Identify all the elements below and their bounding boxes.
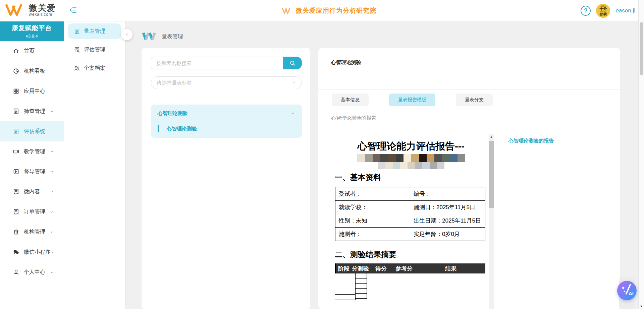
basic-info-cell: 实足年龄：0岁0月: [410, 228, 485, 241]
submenu-item-icon: [74, 65, 80, 71]
submenu-item-icon: [74, 28, 80, 35]
submenu-item[interactable]: 评估管理: [68, 42, 121, 57]
chevron-down-icon: [50, 230, 54, 234]
page-title: 量表管理: [162, 33, 183, 40]
page-scrollbar-thumb[interactable]: [640, 22, 643, 75]
basic-info-cell: 就读学校：: [335, 201, 410, 214]
sidebar-item[interactable]: 微信小程序: [0, 242, 64, 262]
sidebar-item-label: 机构看板: [24, 68, 50, 75]
sidebar-item-label: 首页: [24, 48, 50, 55]
sidebar-item-label: 微内容: [24, 188, 50, 195]
sidebar-item-label: 应用中心: [24, 88, 50, 95]
breadcrumb: 量表管理: [142, 32, 183, 41]
chevron-down-icon: [291, 80, 296, 85]
search-button[interactable]: [283, 57, 302, 69]
report-subtitle: 心智理论测验的报告: [331, 115, 376, 121]
tab[interactable]: 量表分支: [456, 94, 493, 106]
sidebar-item-icon: [13, 48, 19, 54]
wekair-logo: 微关爱 wekair.com: [5, 3, 56, 17]
tab[interactable]: 基本信息: [332, 94, 369, 106]
primary-sidebar: 首页 机构看板 应用中心 筛查管理 评估系统 教学管理 督导管理 微内容: [0, 41, 64, 309]
brand-domain: wekair.com: [29, 12, 56, 17]
sidebar-item-icon: [13, 88, 19, 95]
basic-info-row: 受试者： 编号：: [335, 187, 485, 201]
sidebar-item-icon: [13, 168, 19, 175]
scales-panel: 请选择量表标签 心智理论测验 心智理论测验: [142, 48, 310, 309]
sidebar-item[interactable]: 评估系统: [0, 121, 64, 141]
collapse-menu-icon[interactable]: [69, 6, 77, 14]
sidebar-item-label: 筛查管理: [24, 108, 50, 115]
wekair-logo-icon: [5, 3, 25, 17]
sidebar-item[interactable]: 督导管理: [0, 162, 64, 182]
sidebar-item[interactable]: 机构管理: [0, 222, 64, 242]
basic-info-row: 就读学校： 施测日：2025年11月5日: [335, 201, 485, 214]
ai-assistant-button[interactable]: ✦ ✦ AI: [617, 281, 637, 300]
platform-banner: 康复赋能平台 v3.8.4: [0, 21, 64, 41]
sidebar-item[interactable]: 筛查管理: [0, 101, 64, 121]
username[interactable]: eason.ji: [615, 7, 635, 14]
sidebar-item[interactable]: 首页: [0, 41, 64, 61]
tree-group[interactable]: 心智理论测验: [151, 105, 302, 122]
submenu-item[interactable]: 量表管理: [68, 23, 121, 39]
page-logo-icon: [142, 32, 157, 41]
platform-name: 康复赋能平台: [12, 24, 52, 33]
sidebar-item[interactable]: 微内容: [0, 182, 64, 202]
basic-info-row: 性别：未知 出生日期：2025年11月5日: [335, 214, 485, 228]
detail-title: 心智理论测验: [331, 59, 361, 66]
sparkle-icon: ✦: [623, 290, 626, 293]
summary-header-cell: 阶段: [336, 265, 352, 272]
sidebar-item-icon: [13, 269, 19, 275]
scroll-down-arrow[interactable]: ▼: [639, 305, 644, 308]
scroll-up-arrow[interactable]: ▲: [489, 134, 494, 139]
chevron-down-icon: [290, 111, 295, 116]
sidebar-item-icon: [13, 229, 19, 235]
report-link[interactable]: 心智理论测验的报告: [508, 138, 554, 144]
sidebar-item-icon: [13, 128, 19, 135]
basic-info-cell: 受试者：: [335, 187, 410, 201]
sidebar-item[interactable]: 教学管理: [0, 141, 64, 162]
sidebar-item-label: 个人中心: [24, 269, 50, 276]
report-preview: 心智理论能力评估报告--- 一、基本资料 受试者： 编号： 就读学校： 施测日：…: [335, 134, 487, 309]
sidebar-item-icon: [13, 249, 19, 255]
collapse-panel-button[interactable]: [121, 29, 132, 40]
sidebar-item[interactable]: 机构看板: [0, 61, 64, 81]
brand-name: 微关爱: [29, 3, 56, 12]
sidebar-item[interactable]: 订单管理: [0, 202, 64, 222]
summary-table-body: [335, 273, 485, 300]
sidebar-item[interactable]: 应用中心: [0, 81, 64, 101]
help-icon[interactable]: [581, 6, 591, 16]
avatar-pinyin-top: shí fēn: [600, 5, 606, 7]
search-icon: [289, 60, 296, 66]
sidebar-item-label: 订单管理: [24, 208, 50, 215]
org-title: 微关爱应用行为分析研究院: [281, 0, 376, 21]
report-scrollbar[interactable]: ▲: [489, 134, 494, 309]
submenu-item-label: 量表管理: [84, 28, 105, 35]
sidebar-item[interactable]: 个人中心: [0, 262, 64, 282]
sidebar-item-label: 教学管理: [24, 148, 50, 155]
page-scrollbar[interactable]: ▼: [638, 0, 644, 309]
avatar[interactable]: shí fēn 十分 yǒu xiù 优秀: [596, 4, 610, 18]
submenu-item-label: 评估管理: [84, 46, 105, 53]
censored-mosaic: [335, 162, 487, 169]
chevron-down-icon: [50, 170, 54, 174]
sidebar-item-label: 督导管理: [24, 168, 50, 175]
report-section2-heading: 二、测验结果摘要: [335, 249, 487, 259]
top-bar: 微关爱 wekair.com 微关爱应用行为分析研究院 shí fēn 十分 y…: [0, 0, 644, 21]
submenu-item[interactable]: 个案档案: [68, 60, 121, 76]
tree-item[interactable]: 心智理论测验: [151, 122, 302, 135]
ai-label: AI: [629, 291, 634, 296]
report-title: 心智理论能力评估报告---: [335, 140, 487, 152]
avatar-pinyin-bottom: yǒu xiù: [600, 11, 606, 12]
basic-info-cell: 施测者：: [335, 228, 410, 241]
search-input[interactable]: [151, 57, 283, 69]
basic-info-cell: 施测日：2025年11月5日: [410, 201, 485, 214]
report-scrollbar-thumb[interactable]: [489, 141, 494, 208]
tag-select[interactable]: 请选择量表标签: [151, 76, 302, 89]
tree-item-marker: [158, 125, 159, 132]
summary-header-cell: 结果: [445, 265, 485, 272]
summary-header-cell: 分测验: [352, 265, 375, 272]
sidebar-item-icon: [13, 188, 19, 195]
tab[interactable]: 量表报告模版: [389, 94, 435, 106]
summary-header-cell: 参考分: [395, 265, 445, 272]
org-title-text: 微关爱应用行为分析研究院: [296, 6, 376, 15]
